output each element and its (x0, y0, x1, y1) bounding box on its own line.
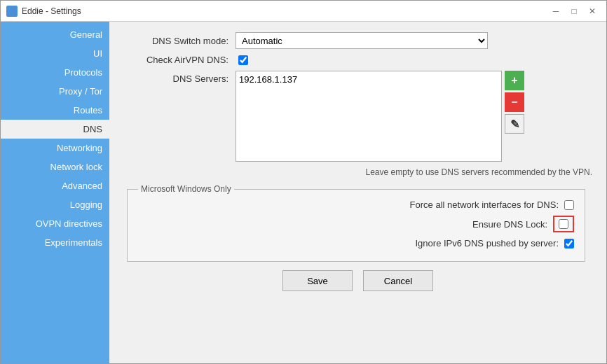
title-bar-left: Eddie - Settings (6, 6, 81, 17)
ignore-ipv6-label: Ignore IPv6 DNS pushed by server: (138, 238, 564, 248)
ensure-dns-row: Ensure DNS Lock: (138, 216, 574, 232)
dns-servers-label: DNS Servers: (123, 71, 236, 84)
ms-only-group: Microsoft Windows Only Force all network… (127, 184, 585, 262)
dns-switch-label: DNS Switch mode: (123, 36, 236, 46)
sidebar-item-protocols[interactable]: Protocols (1, 63, 109, 82)
hint-text: Leave empty to use DNS servers recommend… (243, 167, 592, 177)
sidebar-item-networking[interactable]: Networking (1, 139, 109, 158)
edit-dns-button[interactable]: ✎ (505, 114, 524, 134)
force-all-row: Force all network interfaces for DNS: (138, 200, 574, 210)
sidebar-item-advanced[interactable]: Advanced (1, 176, 109, 195)
content-area: DNS Switch mode: Automatic Manual Disabl… (109, 22, 606, 363)
ensure-dns-highlight (553, 216, 574, 232)
sidebar-item-experimentals[interactable]: Experimentals (1, 233, 109, 252)
sidebar-item-ui[interactable]: UI (1, 44, 109, 63)
window-title: Eddie - Settings (22, 6, 81, 16)
sidebar-item-ovpn-directives[interactable]: OVPN directives (1, 214, 109, 233)
sidebar-item-network-lock[interactable]: Network lock (1, 158, 109, 176)
ignore-ipv6-row: Ignore IPv6 DNS pushed by server: (138, 238, 574, 248)
hint-area: Leave empty to use DNS servers recommend… (243, 164, 592, 184)
app-icon (6, 6, 18, 17)
maximize-button[interactable]: □ (566, 4, 582, 18)
dns-switch-row: DNS Switch mode: Automatic Manual Disabl… (123, 32, 592, 49)
window: Eddie - Settings ─ □ ✕ General UI Protoc… (0, 0, 607, 364)
remove-dns-button[interactable]: − (505, 92, 524, 112)
title-bar-controls: ─ □ ✕ (547, 4, 601, 18)
dns-list-container: 192.168.1.137 + − ✎ (236, 71, 524, 162)
check-airvpn-row: Check AirVPN DNS: (123, 55, 592, 65)
save-button[interactable]: Save (282, 270, 353, 291)
close-button[interactable]: ✕ (584, 4, 601, 18)
check-airvpn-checkbox[interactable] (238, 55, 248, 65)
ignore-ipv6-checkbox[interactable] (564, 239, 574, 248)
add-dns-button[interactable]: + (505, 71, 524, 90)
force-all-checkbox[interactable] (564, 200, 574, 210)
dns-servers-section: DNS Servers: 192.168.1.137 + − ✎ (123, 71, 592, 162)
ensure-dns-label: Ensure DNS Lock: (138, 219, 553, 230)
ms-only-container: Microsoft Windows Only Force all network… (127, 184, 585, 262)
sidebar-item-proxy-tor[interactable]: Proxy / Tor (1, 82, 109, 101)
sidebar: General UI Protocols Proxy / Tor Routes … (1, 22, 109, 363)
ms-only-legend: Microsoft Windows Only (138, 184, 234, 194)
main-content: General UI Protocols Proxy / Tor Routes … (1, 22, 606, 363)
dns-switch-select[interactable]: Automatic Manual Disabled (236, 32, 488, 49)
sidebar-item-routes[interactable]: Routes (1, 101, 109, 120)
sidebar-item-logging[interactable]: Logging (1, 195, 109, 214)
check-airvpn-label: Check AirVPN DNS: (123, 55, 236, 65)
cancel-button[interactable]: Cancel (363, 270, 433, 291)
footer-buttons: Save Cancel (123, 262, 592, 297)
sidebar-item-general[interactable]: General (1, 25, 109, 44)
ensure-dns-checkbox[interactable] (559, 219, 568, 229)
dns-servers-textarea[interactable]: 192.168.1.137 (236, 71, 502, 162)
minimize-button[interactable]: ─ (547, 4, 564, 18)
sidebar-item-dns[interactable]: DNS (1, 120, 109, 139)
title-bar: Eddie - Settings ─ □ ✕ (1, 1, 606, 22)
dns-buttons: + − ✎ (505, 71, 524, 162)
force-all-label: Force all network interfaces for DNS: (138, 200, 564, 210)
